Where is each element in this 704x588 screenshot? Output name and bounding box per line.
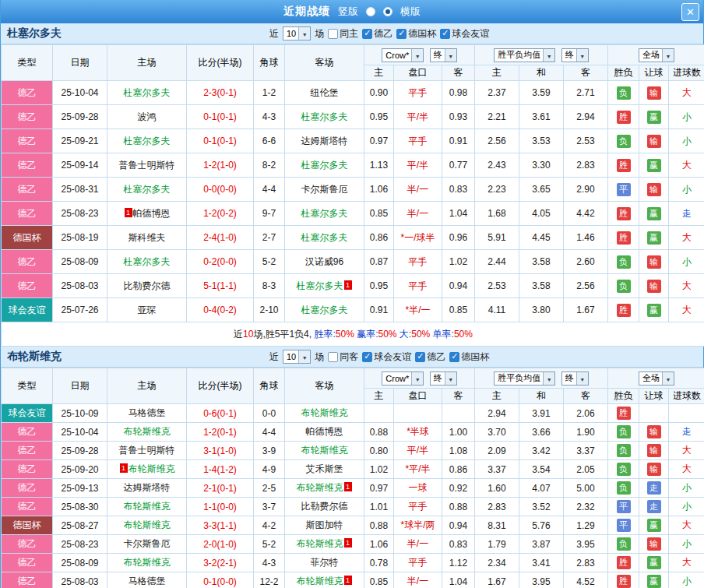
goals-result: 大 — [669, 226, 704, 250]
home-team: 亚琛 — [107, 298, 187, 322]
handicap-result: 走 — [639, 498, 669, 516]
goals-result: 小 — [669, 498, 704, 516]
checkbox-icon[interactable] — [328, 352, 338, 362]
handicap-result: 输 — [639, 535, 669, 554]
goals-result — [669, 404, 704, 423]
col-avg-home: 主 — [475, 389, 519, 404]
handicap-line: *半球 — [394, 423, 442, 442]
wdl-result: 胜 — [608, 202, 639, 226]
filter-checkbox[interactable]: 德乙 — [415, 350, 445, 364]
odds-stage-select[interactable]: 终 — [430, 371, 457, 386]
scope-select[interactable]: 全场 — [639, 48, 674, 62]
team-name: 布轮斯维克 — [128, 463, 175, 474]
chevron-down-icon — [576, 372, 588, 385]
scope-select[interactable]: 全场 — [639, 371, 674, 386]
away-water-odds: 0.94 — [442, 274, 475, 298]
league-type-badge: 德乙 — [2, 572, 53, 588]
avg-odds-select[interactable]: 胜平负均值 — [494, 48, 555, 62]
filter-checkbox[interactable]: 德国杯 — [396, 27, 436, 40]
filter-checkbox[interactable]: 同主 — [328, 27, 358, 40]
filter-checkbox[interactable]: 德国杯 — [449, 350, 489, 364]
col-goals: 进球数 — [669, 65, 704, 81]
avg-odds-select[interactable]: 胜平负均值 — [494, 371, 555, 386]
result-badge: 走 — [647, 500, 661, 513]
team-name: 杜塞尔多夫 — [124, 87, 171, 98]
results-table-braunschweig: 类型 日期 主场 比分(半场) 角球 客场 Crow* 终 胜平负均值 终 全场 — [1, 368, 704, 588]
match-row: 德乙25-08-03比勒费尔德5-1(1-1)8-3杜塞尔多夫10.95平手0.… — [2, 274, 704, 298]
handicap-result: 输 — [639, 460, 669, 479]
checkbox-icon[interactable] — [328, 29, 338, 39]
filter-checkbox[interactable]: 同客 — [328, 350, 358, 364]
league-type-badge: 德乙 — [2, 178, 53, 202]
chevron-down-icon — [411, 49, 423, 62]
goals-result: 大 — [669, 460, 704, 479]
handicap-result: 赢 — [639, 226, 669, 250]
corner-count: 8-3 — [254, 274, 285, 298]
match-count-select[interactable]: 10 — [283, 26, 311, 40]
odds-stage-select[interactable]: 终 — [430, 48, 457, 62]
goals-result: 大 — [669, 274, 704, 298]
match-row: 德乙25-09-201布轮斯维克1-4(1-2)4-9艾禾斯堡1.02*平/半0… — [2, 460, 704, 479]
wdl-result: 胜 — [608, 153, 639, 178]
avg-stage-select-value: 终 — [565, 49, 576, 61]
match-date: 25-08-03 — [53, 572, 107, 588]
avg-odds-select-value: 胜平负均值 — [498, 49, 543, 61]
checkbox-icon[interactable] — [415, 352, 425, 362]
league-type-badge: 德国杯 — [2, 516, 53, 535]
col-date: 日期 — [53, 368, 107, 404]
titlebar: 近期战绩 竖版 横版 ✕ — [1, 0, 703, 23]
chevron-down-icon — [543, 49, 554, 62]
checkbox-icon[interactable] — [440, 29, 450, 39]
team-name: 亚琛 — [138, 305, 157, 315]
home-water-odds: 1.01 — [364, 498, 394, 516]
col-score: 比分(半场) — [187, 368, 254, 404]
match-score: 0-1(0-0) — [187, 572, 254, 588]
handicap-line: *一/球半 — [394, 226, 442, 250]
team-name: 杜塞尔多夫 — [301, 160, 348, 171]
filter-checkbox[interactable]: 德乙 — [362, 27, 392, 40]
corner-count: 6-6 — [254, 129, 285, 153]
filter-checkbox[interactable]: 球会友谊 — [362, 350, 411, 364]
result-badge: 负 — [617, 444, 631, 457]
bookmaker-select[interactable]: Crow* — [382, 371, 424, 386]
vertical-layout-radio[interactable] — [366, 7, 375, 16]
home-team: 波鸿 — [107, 105, 187, 129]
match-row: 德乙25-08-31杜塞尔多夫0-0(0-0)4-4卡尔斯鲁厄1.06半/一0.… — [2, 178, 704, 202]
chevron-down-icon — [298, 27, 310, 40]
match-count-select[interactable]: 10 — [283, 350, 311, 364]
goals-result: 小 — [669, 535, 704, 554]
team-name: 菲尔特 — [311, 557, 339, 568]
checkbox-icon[interactable] — [396, 29, 407, 39]
handicap-line: 平/半 — [394, 442, 442, 460]
bookmaker-select[interactable]: Crow* — [382, 48, 424, 62]
goals-result: 小 — [669, 178, 704, 202]
home-team: 马格德堡 — [107, 404, 187, 423]
team-name: 布轮斯维克 — [124, 557, 171, 568]
odds-header-group: Crow* 终 — [364, 45, 475, 65]
match-date: 25-08-03 — [53, 274, 107, 298]
close-icon[interactable]: ✕ — [681, 3, 699, 21]
home-team: 杜塞尔多夫 — [107, 81, 187, 105]
checkbox-icon[interactable] — [449, 352, 459, 362]
table-header-row: 类型 日期 主场 比分(半场) 角球 客场 Crow* 终 胜平负均值 终 全场 — [2, 368, 704, 389]
results-table-dusseldorf: 类型 日期 主场 比分(半场) 角球 客场 Crow* 终 胜平负均值 终 全场 — [1, 44, 704, 347]
avg-stage-select[interactable]: 终 — [561, 371, 589, 386]
corner-count: 4-9 — [254, 460, 285, 479]
corner-count: 4-4 — [254, 178, 285, 202]
col-corner: 角球 — [254, 45, 285, 81]
handicap-result: 输 — [639, 423, 669, 442]
away-team: 帕德博恩 — [285, 423, 364, 442]
result-badge: 输 — [647, 537, 661, 551]
home-team: 杜塞尔多夫 — [107, 250, 187, 274]
checkbox-icon[interactable] — [362, 352, 372, 362]
away-team: 比勒费尔德 — [285, 498, 364, 516]
horizontal-layout-radio[interactable] — [383, 7, 392, 16]
col-type: 类型 — [2, 368, 53, 404]
wdl-result: 胜 — [608, 298, 639, 322]
handicap-result: 走 — [639, 479, 669, 498]
avg-stage-select[interactable]: 终 — [561, 48, 589, 62]
result-badge: 输 — [647, 135, 661, 148]
filter-checkbox[interactable]: 球会友谊 — [440, 27, 489, 40]
checkbox-icon[interactable] — [362, 29, 372, 39]
away-water-odds: 0.92 — [442, 479, 475, 498]
